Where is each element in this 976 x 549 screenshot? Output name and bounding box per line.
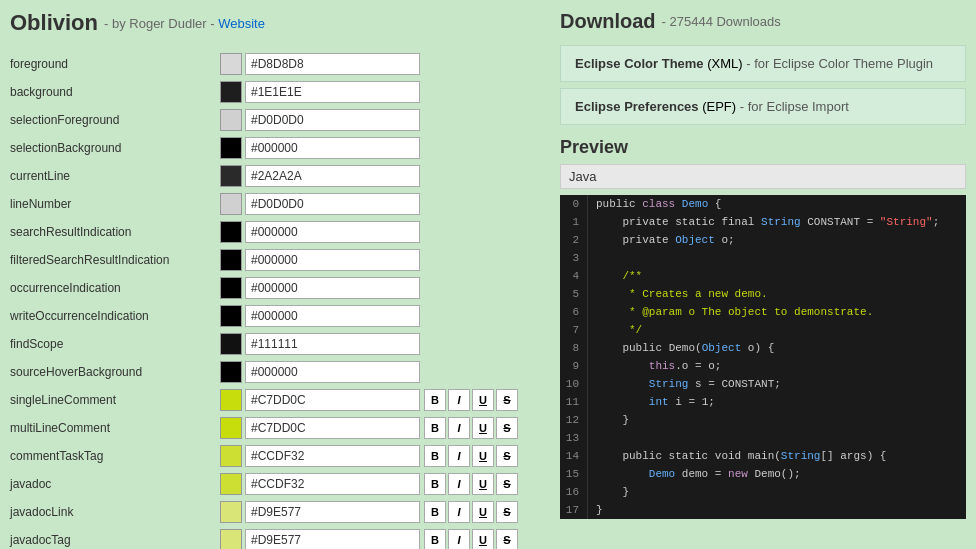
line-number: 3 <box>560 249 588 267</box>
color-label: currentLine <box>10 169 220 183</box>
color-swatch[interactable] <box>220 277 242 299</box>
strikethrough-button[interactable]: S <box>496 501 518 523</box>
color-swatch[interactable] <box>220 221 242 243</box>
color-swatch[interactable] <box>220 473 242 495</box>
color-label: findScope <box>10 337 220 351</box>
underline-button[interactable]: U <box>472 529 494 549</box>
color-input[interactable] <box>245 109 420 131</box>
color-input[interactable] <box>245 305 420 327</box>
underline-button[interactable]: U <box>472 417 494 439</box>
line-number: 2 <box>560 231 588 249</box>
color-input[interactable] <box>245 81 420 103</box>
code-line: 3 <box>560 249 966 267</box>
color-swatch[interactable] <box>220 81 242 103</box>
strikethrough-button[interactable]: S <box>496 389 518 411</box>
italic-button[interactable]: I <box>448 445 470 467</box>
code-preview: 0public class Demo {1 private static fin… <box>560 195 966 519</box>
color-row: sourceHoverBackground <box>10 359 540 385</box>
italic-button[interactable]: I <box>448 389 470 411</box>
color-input[interactable] <box>245 445 420 467</box>
eclipse-preferences-button[interactable]: Eclipse Preferences (EPF) - for Eclipse … <box>560 88 966 125</box>
code-line: 1 private static final String CONSTANT =… <box>560 213 966 231</box>
color-swatch[interactable] <box>220 249 242 271</box>
underline-button[interactable]: U <box>472 501 494 523</box>
code-content <box>596 249 603 267</box>
color-swatch[interactable] <box>220 137 242 159</box>
color-input[interactable] <box>245 361 420 383</box>
italic-button[interactable]: I <box>448 501 470 523</box>
line-number: 4 <box>560 267 588 285</box>
color-swatch[interactable] <box>220 389 242 411</box>
line-number: 0 <box>560 195 588 213</box>
right-panel: Download - 275444 Downloads Eclipse Colo… <box>560 10 966 549</box>
italic-button[interactable]: I <box>448 417 470 439</box>
website-link[interactable]: Website <box>218 16 265 31</box>
underline-button[interactable]: U <box>472 473 494 495</box>
color-rows: foregroundbackgroundselectionForegrounds… <box>10 51 540 549</box>
line-number: 1 <box>560 213 588 231</box>
eclipse-color-theme-title: Eclipse Color Theme <box>575 56 707 71</box>
color-input[interactable] <box>245 249 420 271</box>
code-content: } <box>596 483 629 501</box>
color-input[interactable] <box>245 221 420 243</box>
style-buttons: BIUS <box>424 389 518 411</box>
color-input[interactable] <box>245 501 420 523</box>
language-selector[interactable]: Java <box>560 164 966 189</box>
strikethrough-button[interactable]: S <box>496 473 518 495</box>
code-content: } <box>596 411 629 429</box>
code-line: 15 Demo demo = new Demo(); <box>560 465 966 483</box>
code-line: 6 * @param o The object to demonstrate. <box>560 303 966 321</box>
color-label: background <box>10 85 220 99</box>
color-swatch[interactable] <box>220 445 242 467</box>
bold-button[interactable]: B <box>424 389 446 411</box>
color-swatch[interactable] <box>220 165 242 187</box>
code-content: String s = CONSTANT; <box>596 375 781 393</box>
color-swatch[interactable] <box>220 361 242 383</box>
color-row: javadocTagBIUS <box>10 527 540 549</box>
color-swatch[interactable] <box>220 501 242 523</box>
bold-button[interactable]: B <box>424 445 446 467</box>
color-input[interactable] <box>245 165 420 187</box>
strikethrough-button[interactable]: S <box>496 529 518 549</box>
bold-button[interactable]: B <box>424 473 446 495</box>
color-row: selectionForeground <box>10 107 540 133</box>
underline-button[interactable]: U <box>472 389 494 411</box>
color-swatch[interactable] <box>220 109 242 131</box>
color-swatch[interactable] <box>220 417 242 439</box>
color-label: commentTaskTag <box>10 449 220 463</box>
color-swatch[interactable] <box>220 53 242 75</box>
strikethrough-button[interactable]: S <box>496 417 518 439</box>
color-swatch[interactable] <box>220 193 242 215</box>
color-input[interactable] <box>245 417 420 439</box>
bold-button[interactable]: B <box>424 501 446 523</box>
underline-button[interactable]: U <box>472 445 494 467</box>
page-title: Oblivion <box>10 10 98 36</box>
strikethrough-button[interactable]: S <box>496 445 518 467</box>
line-number: 11 <box>560 393 588 411</box>
code-content: public Demo(Object o) { <box>596 339 774 357</box>
color-input[interactable] <box>245 53 420 75</box>
code-line: 10 String s = CONSTANT; <box>560 375 966 393</box>
bold-button[interactable]: B <box>424 417 446 439</box>
color-swatch[interactable] <box>220 529 242 549</box>
color-swatch[interactable] <box>220 333 242 355</box>
left-panel: Oblivion - by Roger Dudler - Website for… <box>10 10 540 549</box>
italic-button[interactable]: I <box>448 529 470 549</box>
italic-button[interactable]: I <box>448 473 470 495</box>
bold-button[interactable]: B <box>424 529 446 549</box>
color-input[interactable] <box>245 389 420 411</box>
color-label: foreground <box>10 57 220 71</box>
color-input[interactable] <box>245 473 420 495</box>
color-swatch[interactable] <box>220 305 242 327</box>
eclipse-color-theme-button[interactable]: Eclipse Color Theme (XML) - for Eclipse … <box>560 45 966 82</box>
color-label: filteredSearchResultIndication <box>10 253 220 267</box>
code-content: int i = 1; <box>596 393 715 411</box>
color-input[interactable] <box>245 137 420 159</box>
page-header: Oblivion - by Roger Dudler - Website <box>10 10 540 36</box>
color-input[interactable] <box>245 529 420 549</box>
color-input[interactable] <box>245 193 420 215</box>
color-row: searchResultIndication <box>10 219 540 245</box>
color-input[interactable] <box>245 277 420 299</box>
color-input[interactable] <box>245 333 420 355</box>
code-line: 5 * Creates a new demo. <box>560 285 966 303</box>
